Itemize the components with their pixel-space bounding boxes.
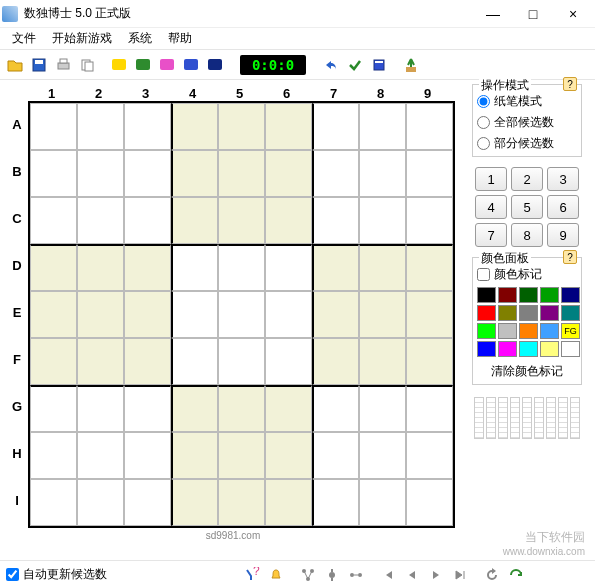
cell[interactable] — [359, 197, 406, 244]
cell[interactable] — [359, 432, 406, 479]
color-cyan[interactable] — [519, 341, 538, 357]
print-icon[interactable] — [52, 54, 74, 76]
color-fg[interactable]: FG — [561, 323, 580, 339]
cell[interactable] — [406, 291, 453, 338]
cell[interactable] — [77, 479, 124, 526]
cell[interactable] — [265, 244, 312, 291]
cell[interactable] — [406, 150, 453, 197]
cell[interactable] — [359, 338, 406, 385]
color-mark-toggle[interactable]: 颜色标记 — [477, 266, 577, 283]
cell[interactable] — [218, 197, 265, 244]
cell[interactable] — [124, 244, 171, 291]
check-icon[interactable] — [344, 54, 366, 76]
cell[interactable] — [265, 479, 312, 526]
slider-7[interactable] — [546, 397, 556, 439]
mode-help-icon[interactable]: ? — [563, 77, 577, 91]
color-olive[interactable] — [498, 305, 517, 321]
cell[interactable] — [265, 150, 312, 197]
color-black[interactable] — [477, 287, 496, 303]
sudoku-grid[interactable] — [28, 101, 455, 528]
hint-icon[interactable]: ? — [241, 564, 263, 586]
connect-icon[interactable] — [345, 564, 367, 586]
cell[interactable] — [77, 150, 124, 197]
cell[interactable] — [218, 244, 265, 291]
prev-icon[interactable] — [401, 564, 423, 586]
cell[interactable] — [312, 150, 359, 197]
first-icon[interactable] — [377, 564, 399, 586]
cell[interactable] — [218, 150, 265, 197]
color-gray[interactable] — [519, 305, 538, 321]
color-lightyellow[interactable] — [540, 341, 559, 357]
rotate-icon[interactable] — [481, 564, 503, 586]
cell[interactable] — [124, 432, 171, 479]
footer-url[interactable]: sd9981.com — [6, 530, 460, 541]
cell[interactable] — [406, 244, 453, 291]
menu-system[interactable]: 系统 — [120, 28, 160, 49]
num-3[interactable]: 3 — [547, 167, 579, 191]
cell[interactable] — [265, 338, 312, 385]
cell[interactable] — [359, 291, 406, 338]
cell[interactable] — [124, 150, 171, 197]
color-teal[interactable] — [561, 305, 580, 321]
num-1[interactable]: 1 — [475, 167, 507, 191]
num-8[interactable]: 8 — [511, 223, 543, 247]
cell[interactable] — [77, 432, 124, 479]
cell[interactable] — [171, 197, 218, 244]
cell[interactable] — [359, 150, 406, 197]
cell[interactable] — [171, 338, 218, 385]
cell[interactable] — [312, 291, 359, 338]
cell[interactable] — [359, 103, 406, 150]
cell[interactable] — [265, 197, 312, 244]
cell[interactable] — [171, 291, 218, 338]
cell[interactable] — [171, 150, 218, 197]
slider-6[interactable] — [534, 397, 544, 439]
slider-5[interactable] — [522, 397, 532, 439]
cell[interactable] — [265, 103, 312, 150]
cell[interactable] — [77, 244, 124, 291]
num-7[interactable]: 7 — [475, 223, 507, 247]
cell[interactable] — [77, 103, 124, 150]
cell[interactable] — [124, 197, 171, 244]
cell[interactable] — [30, 150, 77, 197]
cell[interactable] — [77, 385, 124, 432]
num-4[interactable]: 4 — [475, 195, 507, 219]
cell[interactable] — [265, 432, 312, 479]
cell[interactable] — [406, 197, 453, 244]
auto-update-checkbox[interactable]: 自动更新候选数 — [6, 566, 107, 583]
cell[interactable] — [312, 103, 359, 150]
cell[interactable] — [171, 385, 218, 432]
cell[interactable] — [218, 291, 265, 338]
cell[interactable] — [218, 432, 265, 479]
slider-3[interactable] — [498, 397, 508, 439]
book-icon[interactable] — [368, 54, 390, 76]
slider-8[interactable] — [558, 397, 568, 439]
color-darkgreen[interactable] — [519, 287, 538, 303]
cell[interactable] — [406, 432, 453, 479]
cell[interactable] — [406, 338, 453, 385]
cell[interactable] — [312, 432, 359, 479]
mode-all[interactable]: 全部候选数 — [477, 114, 577, 131]
slider-2[interactable] — [486, 397, 496, 439]
cell[interactable] — [30, 479, 77, 526]
cell[interactable] — [124, 385, 171, 432]
mode-pen[interactable]: 纸笔模式 — [477, 93, 577, 110]
mode-partial[interactable]: 部分候选数 — [477, 135, 577, 152]
color-blue[interactable] — [477, 341, 496, 357]
cell[interactable] — [124, 479, 171, 526]
cell[interactable] — [265, 385, 312, 432]
color-lime[interactable] — [477, 323, 496, 339]
commit-icon[interactable] — [321, 564, 343, 586]
color-filter-darkblue[interactable] — [204, 54, 226, 76]
num-9[interactable]: 9 — [547, 223, 579, 247]
num-2[interactable]: 2 — [511, 167, 543, 191]
open-icon[interactable] — [4, 54, 26, 76]
cell[interactable] — [406, 479, 453, 526]
cell[interactable] — [218, 338, 265, 385]
cell[interactable] — [30, 291, 77, 338]
cell[interactable] — [312, 244, 359, 291]
cell[interactable] — [218, 385, 265, 432]
maximize-button[interactable]: □ — [513, 2, 553, 26]
cell[interactable] — [77, 291, 124, 338]
clear-color-button[interactable]: 清除颜色标记 — [477, 363, 577, 380]
cell[interactable] — [171, 479, 218, 526]
